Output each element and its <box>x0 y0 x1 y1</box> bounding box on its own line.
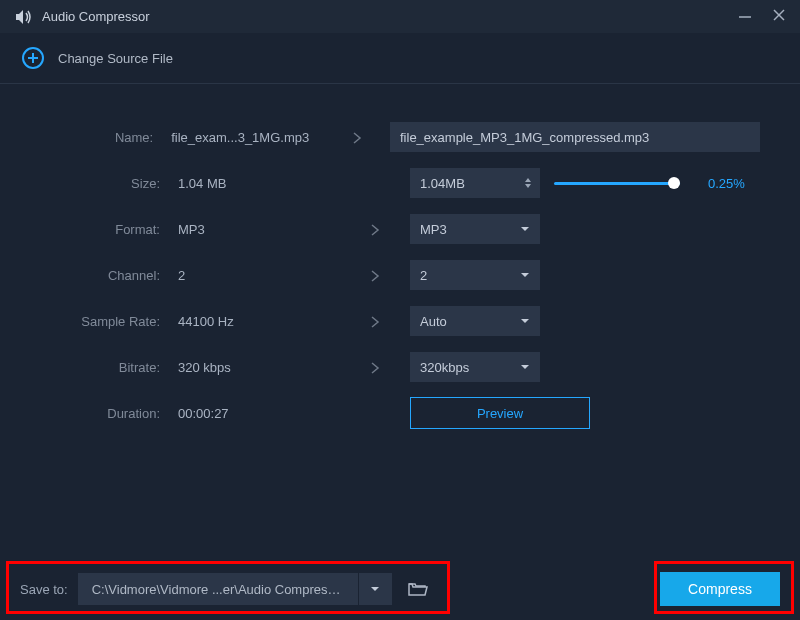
arrow-icon <box>340 359 410 375</box>
format-label: Format: <box>40 222 170 237</box>
name-label: Name: <box>40 130 163 145</box>
chevron-down-icon <box>520 226 530 232</box>
change-source-bar[interactable]: Change Source File <box>0 33 800 84</box>
source-sample-rate: 44100 Hz <box>170 314 340 329</box>
app-icon <box>14 9 32 25</box>
chevron-down-icon <box>520 364 530 370</box>
save-path-text: C:\Vidmore\Vidmore ...er\Audio Compresse… <box>78 582 358 597</box>
sample-rate-selected: Auto <box>420 314 447 329</box>
target-name-input[interactable] <box>390 122 760 152</box>
spinner-arrows-icon[interactable] <box>524 177 532 189</box>
open-folder-button[interactable] <box>402 573 434 605</box>
minimize-button[interactable] <box>738 8 752 25</box>
source-bitrate: 320 kbps <box>170 360 340 375</box>
preview-button[interactable]: Preview <box>410 397 590 429</box>
size-slider[interactable] <box>554 175 680 191</box>
slider-track <box>554 182 680 185</box>
bitrate-select[interactable]: 320kbps <box>410 352 540 382</box>
target-size-value: 1.04MB <box>420 176 465 191</box>
chevron-down-icon <box>520 272 530 278</box>
duration-label: Duration: <box>40 406 170 421</box>
close-button[interactable] <box>772 8 786 25</box>
title-bar: Audio Compressor <box>0 0 800 33</box>
bitrate-selected: 320kbps <box>420 360 469 375</box>
source-format: MP3 <box>170 222 340 237</box>
size-percent: 0.25% <box>708 176 760 191</box>
chevron-down-icon <box>520 318 530 324</box>
arrow-icon <box>340 267 410 283</box>
app-title: Audio Compressor <box>42 9 150 24</box>
plus-circle-icon <box>22 47 44 69</box>
format-selected: MP3 <box>420 222 447 237</box>
source-duration: 00:00:27 <box>170 406 340 421</box>
save-to-label: Save to: <box>20 582 68 597</box>
sample-rate-select[interactable]: Auto <box>410 306 540 336</box>
compress-button[interactable]: Compress <box>660 572 780 606</box>
save-path-caret[interactable] <box>358 573 392 605</box>
arrow-icon <box>340 313 410 329</box>
arrow-icon <box>324 129 390 145</box>
change-source-label: Change Source File <box>58 51 173 66</box>
source-channel: 2 <box>170 268 340 283</box>
arrow-icon <box>340 221 410 237</box>
source-name: file_exam...3_1MG.mp3 <box>163 130 324 145</box>
channel-selected: 2 <box>420 268 427 283</box>
save-path-dropdown[interactable]: C:\Vidmore\Vidmore ...er\Audio Compresse… <box>78 573 392 605</box>
bitrate-label: Bitrate: <box>40 360 170 375</box>
slider-thumb[interactable] <box>668 177 680 189</box>
folder-icon <box>408 581 428 597</box>
format-select[interactable]: MP3 <box>410 214 540 244</box>
size-label: Size: <box>40 176 170 191</box>
channel-label: Channel: <box>40 268 170 283</box>
source-size: 1.04 MB <box>170 176 340 191</box>
target-size-spinner[interactable]: 1.04MB <box>410 168 540 198</box>
channel-select[interactable]: 2 <box>410 260 540 290</box>
sample-rate-label: Sample Rate: <box>40 314 170 329</box>
chevron-down-icon <box>370 586 380 592</box>
